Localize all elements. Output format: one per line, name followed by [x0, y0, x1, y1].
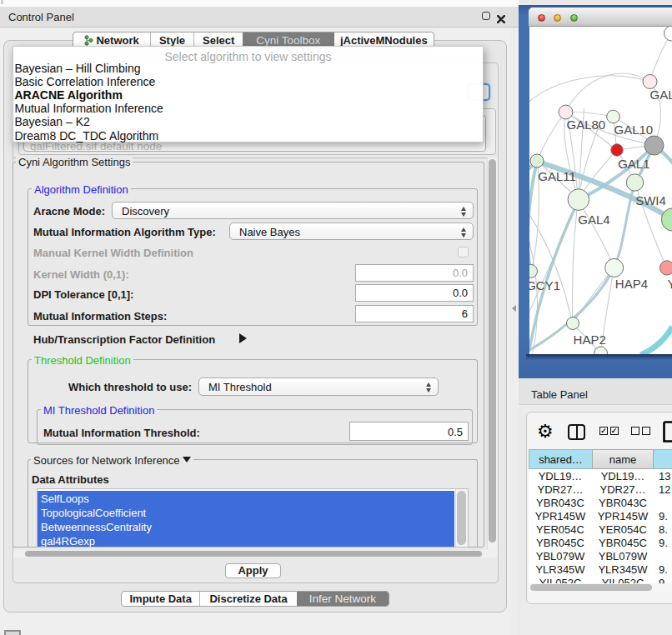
svg-text:GAL10: GAL10: [614, 122, 653, 137]
svg-text:SWI4: SWI4: [635, 193, 666, 208]
svg-text:HAP2: HAP2: [573, 332, 605, 347]
svg-text:GAL4: GAL4: [578, 212, 609, 227]
svg-text:GAL1: GAL1: [618, 157, 649, 171]
svg-text:GAL11: GAL11: [538, 169, 576, 183]
svg-text:HAP4: HAP4: [614, 277, 647, 291]
svg-text:GCY1: GCY1: [529, 278, 560, 292]
svg-text:Y: Y: [667, 277, 672, 291]
svg-text:GAL: GAL: [649, 88, 672, 102]
svg-text:GAL80: GAL80: [566, 118, 605, 132]
